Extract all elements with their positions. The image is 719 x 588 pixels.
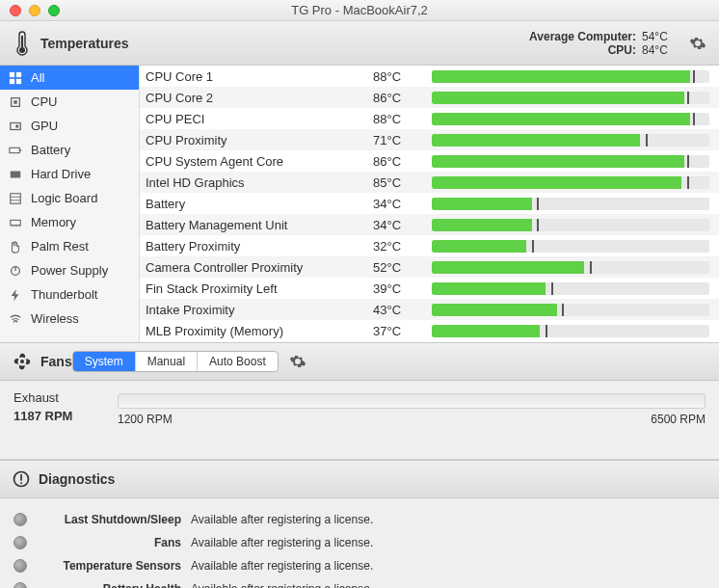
sensor-row: Fin Stack Proximity Left39°C xyxy=(140,278,719,299)
svg-rect-5 xyxy=(16,78,21,83)
sensor-temp: 34°C xyxy=(373,197,426,211)
avg-computer-value: 54°C xyxy=(642,30,679,43)
window-title: TG Pro - MacBookAir7,2 xyxy=(0,3,719,17)
sensor-bar xyxy=(432,92,709,104)
status-dot-icon xyxy=(13,559,27,573)
board-icon xyxy=(8,191,23,206)
sensor-temp: 52°C xyxy=(373,260,426,275)
diagnostic-label: Battery Health xyxy=(37,582,181,588)
wifi-icon xyxy=(8,311,23,327)
sidebar-item-all[interactable]: All xyxy=(0,66,139,90)
sensor-bar xyxy=(432,134,709,147)
temperatures-settings-button[interactable] xyxy=(688,34,707,53)
sensor-row: Camera Controller Proximity52°C xyxy=(140,256,719,278)
sensor-name: CPU PECI xyxy=(146,112,367,126)
sidebar-item-wireless[interactable]: Wireless xyxy=(0,307,139,331)
sensor-row: CPU Core 286°C xyxy=(140,87,719,108)
gpu-icon xyxy=(8,119,23,134)
fans-label: Fans xyxy=(40,354,72,369)
sensor-temp: 71°C xyxy=(373,133,426,147)
svg-rect-25 xyxy=(20,474,22,481)
status-dot-icon xyxy=(13,536,27,549)
sensor-bar xyxy=(432,198,709,210)
sensor-bar xyxy=(432,70,709,83)
sidebar-item-label: Battery xyxy=(31,143,70,157)
sensor-name: Intake Proximity xyxy=(146,303,367,317)
sidebar-item-logic-board[interactable]: Logic Board xyxy=(0,186,139,210)
sensor-row: CPU Core 188°C xyxy=(140,66,719,87)
fans-header: Fans SystemManualAuto Boost xyxy=(0,342,719,381)
fan-mode-segmented-control: SystemManualAuto Boost xyxy=(72,351,279,372)
status-dot-icon xyxy=(13,582,27,588)
diagnostic-label: Fans xyxy=(37,536,181,549)
bolt-icon xyxy=(8,287,23,303)
sensor-bar xyxy=(432,240,709,253)
sidebar-item-memory[interactable]: Memory xyxy=(0,210,139,234)
sensor-name: CPU Core 2 xyxy=(146,91,367,105)
titlebar: TG Pro - MacBookAir7,2 xyxy=(0,0,719,21)
svg-rect-4 xyxy=(10,78,14,83)
sensor-name: Camera Controller Proximity xyxy=(146,260,367,275)
status-dot-icon xyxy=(13,513,27,526)
diagnostic-row: Battery HealthAvailable after registerin… xyxy=(13,577,706,588)
sensor-name: Battery Proximity xyxy=(146,239,367,254)
alert-icon xyxy=(12,469,31,489)
sensor-row: Battery Proximity32°C xyxy=(140,235,719,256)
sensor-bar xyxy=(432,219,709,231)
sidebar-item-hard-drive[interactable]: Hard Drive xyxy=(0,162,139,186)
sidebar-item-label: CPU xyxy=(31,94,57,109)
avg-readout: Average Computer: 54°C CPU: 84°C xyxy=(529,30,679,57)
sidebar: AllCPUGPUBatteryHard DriveLogic BoardMem… xyxy=(0,66,140,342)
cpu-value: 84°C xyxy=(642,43,679,57)
sidebar-item-thunderbolt[interactable]: Thunderbolt xyxy=(0,282,139,307)
diagnostic-label: Last Shutdown/Sleep xyxy=(37,513,181,526)
sidebar-item-battery[interactable]: Battery xyxy=(0,138,139,162)
sidebar-item-label: Wireless xyxy=(31,311,79,326)
svg-rect-12 xyxy=(11,171,21,177)
fan-current-rpm: 1187 RPM xyxy=(13,409,100,423)
sidebar-item-label: All xyxy=(31,70,44,85)
sensor-bar xyxy=(432,155,709,168)
sensor-temp: 88°C xyxy=(373,69,426,84)
sensor-temp: 86°C xyxy=(373,154,426,169)
sensor-name: Battery xyxy=(146,197,367,211)
sidebar-item-cpu[interactable]: CPU xyxy=(0,90,139,114)
svg-rect-1 xyxy=(21,36,23,47)
sidebar-item-label: GPU xyxy=(31,119,58,133)
sidebar-item-label: Thunderbolt xyxy=(31,287,97,302)
sidebar-item-label: Logic Board xyxy=(31,191,97,205)
sensor-row: Intake Proximity43°C xyxy=(140,299,719,320)
diagnostics-panel: Last Shutdown/SleepAvailable after regis… xyxy=(0,498,719,588)
svg-rect-3 xyxy=(16,71,21,76)
fan-max-rpm: 6500 RPM xyxy=(651,413,706,426)
svg-point-9 xyxy=(15,124,19,128)
fans-settings-button[interactable] xyxy=(288,352,307,371)
sensor-list: CPU Core 188°CCPU Core 286°CCPU PECI88°C… xyxy=(140,66,719,342)
sensor-name: Fin Stack Proximity Left xyxy=(146,281,367,296)
sensor-name: MLB Proximity (Memory) xyxy=(146,324,367,338)
sensor-row: MLB Proximity (Memory)37°C xyxy=(140,320,719,341)
chip-icon xyxy=(8,94,23,110)
diagnostic-value: Available after registering a license. xyxy=(191,582,373,588)
svg-rect-16 xyxy=(11,220,21,225)
fan-mode-system[interactable]: System xyxy=(73,352,136,371)
sensor-row: CPU PECI88°C xyxy=(140,108,719,129)
fan-speed-slider[interactable] xyxy=(118,393,706,409)
diagnostic-value: Available after registering a license. xyxy=(191,536,373,549)
diagnostics-header: Diagnostics xyxy=(0,460,719,498)
fan-mode-auto-boost[interactable]: Auto Boost xyxy=(198,352,278,371)
sidebar-item-palm-rest[interactable]: Palm Rest xyxy=(0,234,139,258)
fan-icon xyxy=(12,351,33,372)
fan-mode-manual[interactable]: Manual xyxy=(136,352,198,371)
fan-min-rpm: 1200 RPM xyxy=(118,413,173,426)
sensor-temp: 88°C xyxy=(373,112,426,126)
sensor-temp: 43°C xyxy=(373,303,426,317)
sensor-temp: 37°C xyxy=(373,324,426,338)
sensor-name: Battery Management Unit xyxy=(146,218,367,232)
drive-icon xyxy=(8,167,23,182)
sensor-bar xyxy=(432,282,709,295)
hand-icon xyxy=(8,239,23,254)
sidebar-item-power-supply[interactable]: Power Supply xyxy=(0,258,139,282)
sidebar-item-gpu[interactable]: GPU xyxy=(0,114,139,138)
sensor-name: CPU System Agent Core xyxy=(146,154,367,169)
